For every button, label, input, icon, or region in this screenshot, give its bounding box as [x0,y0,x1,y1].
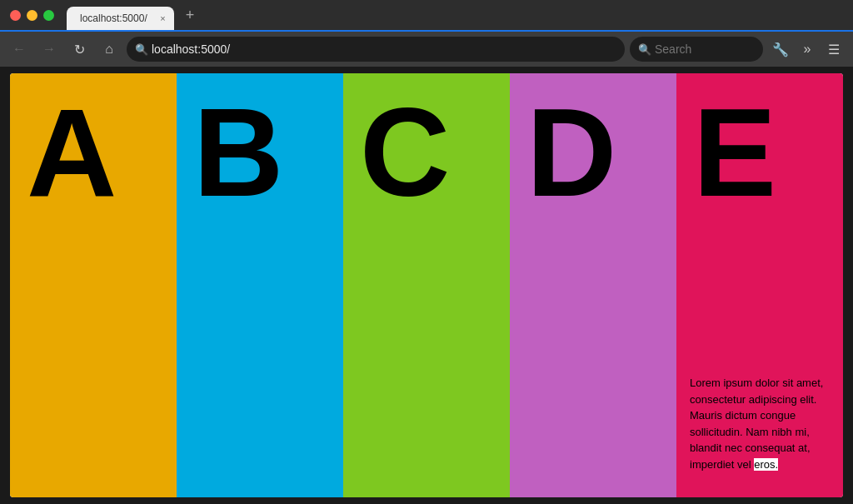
search-icon: 🔍 [638,43,651,56]
new-tab-button[interactable]: + [177,3,203,27]
address-search-icon: 🔍 [135,43,148,56]
nav-bar: ← → ↻ ⌂ 🔍 🔍 🔧 » ☰ [0,30,853,67]
address-input[interactable] [127,37,625,62]
column-e: E Lorem ipsum dolor sit amet, consectetu… [676,73,843,497]
search-bar-wrapper: 🔍 [630,37,763,62]
lorem-text: Lorem ipsum dolor sit amet, consectetur … [690,375,836,472]
browser-content: A B C D E Lorem ipsum dolor sit amet, co… [10,73,843,497]
nav-tools: 🔧 » ☰ [768,37,846,62]
tab-bar: localhost:5000/ × + [67,0,202,30]
tab-close-button[interactable]: × [160,13,165,23]
menu-button[interactable]: ☰ [821,37,846,62]
column-c: C [343,73,510,497]
column-d: D [510,73,676,497]
address-bar-wrapper: 🔍 [127,37,625,62]
traffic-lights [10,10,54,21]
letter-d: D [526,90,616,215]
title-bar: localhost:5000/ × + [0,0,853,30]
active-tab[interactable]: localhost:5000/ × [67,7,174,30]
letter-a: A [27,90,117,215]
more-button[interactable]: » [795,37,820,62]
minimize-button[interactable] [27,10,37,21]
maximize-button[interactable] [43,10,54,21]
close-button[interactable] [10,10,21,21]
letter-c: C [360,90,450,215]
home-button[interactable]: ⌂ [97,37,122,62]
tab-title: localhost:5000/ [80,12,147,24]
letter-b: B [193,90,283,215]
column-a: A [10,73,177,497]
back-button[interactable]: ← [7,37,32,62]
wrench-button[interactable]: 🔧 [768,37,793,62]
forward-button[interactable]: → [37,37,62,62]
column-b: B [177,73,343,497]
lorem-highlight: eros. [754,458,778,471]
reload-button[interactable]: ↻ [67,37,92,62]
letter-e: E [693,90,776,215]
